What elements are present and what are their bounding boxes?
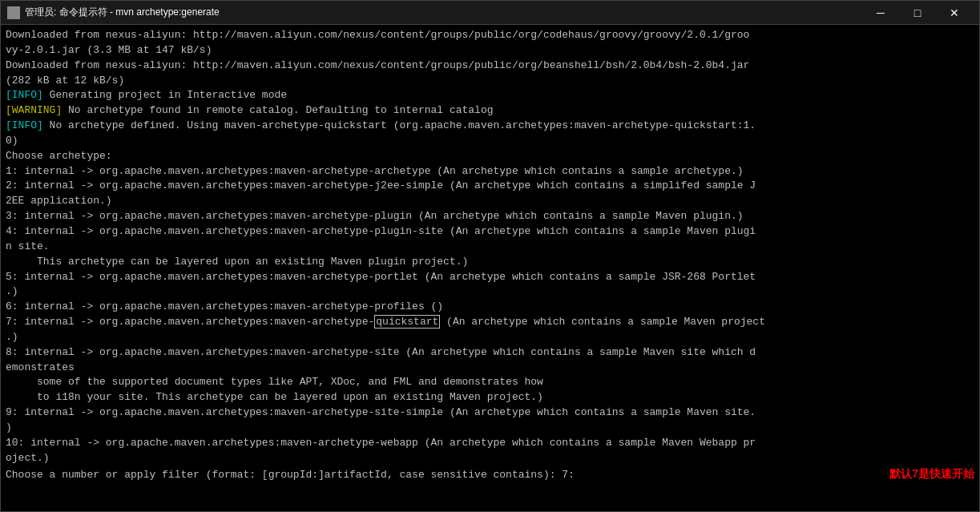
line-20: 7: internal -> org.apache.maven.archetyp…	[6, 315, 974, 330]
line-13: 3: internal -> org.apache.maven.archetyp…	[6, 209, 974, 224]
line-17: 5: internal -> org.apache.maven.archetyp…	[6, 270, 974, 285]
title-bar: 管理员: 命令提示符 - mvn archetype:generate ─ □ …	[1, 1, 979, 25]
title-bar-text: 管理员: 命令提示符 - mvn archetype:generate	[25, 6, 862, 19]
line-25: to i18n your site. This archetype can be…	[6, 390, 974, 405]
svg-rect-3	[9, 14, 14, 14]
line-3: Downloaded from nexus-aliyun: http://mav…	[6, 58, 974, 74]
line-23: emonstrates	[6, 361, 974, 376]
line-28: 10: internal -> org.apache.maven.archety…	[6, 436, 974, 451]
line-14: 4: internal -> org.apache.maven.archetyp…	[6, 224, 974, 240]
line-10: 1: internal -> org.apache.maven.archetyp…	[6, 164, 974, 179]
line-27: )	[6, 421, 974, 436]
line-1: Downloaded from nexus-aliyun: http://mav…	[6, 28, 974, 43]
line-30: Choose a number or apply filter (format:…	[6, 466, 974, 483]
line-11: 2: internal -> org.apache.maven.archetyp…	[6, 179, 974, 194]
info-label-2: [INFO]	[6, 119, 43, 131]
line-12: 2EE application.)	[6, 194, 974, 209]
line-18: .)	[6, 284, 974, 300]
line-22: 8: internal -> org.apache.maven.archetyp…	[6, 345, 974, 361]
quickstart-highlight: quickstart	[374, 315, 440, 329]
line-9: Choose archetype:	[6, 149, 974, 164]
line-16: This archetype can be layered upon an ex…	[6, 255, 974, 270]
info-label-1: [INFO]	[6, 89, 43, 101]
line-21: .)	[6, 330, 974, 345]
line-15: n site.	[6, 240, 974, 255]
window: 管理员: 命令提示符 - mvn archetype:generate ─ □ …	[0, 0, 980, 512]
svg-rect-2	[9, 12, 15, 13]
line-29: oject.)	[6, 451, 974, 466]
line-24: some of the supported document types lik…	[6, 375, 974, 390]
warning-label-1: [WARNING]	[6, 104, 62, 116]
line-5: [INFO] Generating project in Interactive…	[6, 88, 974, 103]
svg-rect-1	[9, 10, 18, 11]
close-button[interactable]: ✕	[936, 1, 973, 25]
window-icon	[7, 6, 20, 19]
terminal-content: Downloaded from nexus-aliyun: http://mav…	[1, 25, 979, 511]
line-2: vy-2.0.1.jar (3.3 MB at 147 kB/s)	[6, 43, 974, 58]
line-6: [WARNING] No archetype found in remote c…	[6, 103, 974, 119]
annotation-text: 默认7是快速开始	[889, 466, 974, 482]
choose-number-text: Choose a number or apply filter (format:…	[6, 468, 575, 483]
line-7: [INFO] No archetype defined. Using maven…	[6, 119, 974, 134]
line-8: 0)	[6, 134, 974, 149]
title-bar-buttons: ─ □ ✕	[862, 1, 973, 25]
maximize-button[interactable]: □	[899, 1, 936, 25]
line-19: 6: internal -> org.apache.maven.archetyp…	[6, 300, 974, 315]
line-26: 9: internal -> org.apache.maven.archetyp…	[6, 405, 974, 421]
minimize-button[interactable]: ─	[862, 1, 899, 25]
line-4: (282 kB at 12 kB/s)	[6, 74, 974, 89]
